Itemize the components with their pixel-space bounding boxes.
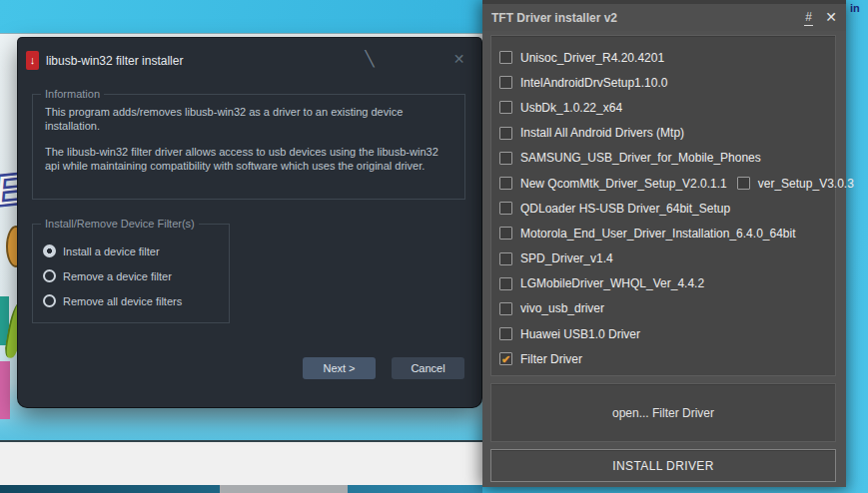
driver-row: ✔ SAMSUNG_USB_Driver_for_Mobile_Phones	[499, 146, 835, 171]
driver-label: New QcomMtk_Driver_Setup_V2.0.1.1	[520, 177, 727, 191]
driver-label: vivo_usb_driver	[520, 301, 604, 315]
libusb-filter-installer-dialog: ↓ libusb-win32 filter installer ╲ ✕ Info…	[18, 38, 481, 407]
driver-label: QDLoader HS-USB Driver_64bit_Setup	[520, 202, 730, 216]
radio-icon[interactable]	[43, 269, 56, 282]
driver-row: ✔ Huawei USB1.0 Driver	[499, 321, 835, 346]
driver-row: ✔ UsbDk_1.0.22_x64	[499, 95, 835, 120]
driver-row: ✔ LGMobileDriver_WHQL_Ver_4.4.2	[499, 271, 835, 296]
pin-icon[interactable]: #	[804, 10, 813, 26]
driver-checkbox[interactable]: ✔	[499, 202, 512, 215]
radio-option-label: Remove all device filters	[63, 295, 182, 307]
next-button[interactable]: Next >	[303, 357, 376, 379]
driver-checkbox[interactable]: ✔	[499, 252, 512, 265]
driver-checkbox[interactable]: ✔	[499, 327, 512, 340]
background-pink-shape	[0, 361, 10, 419]
driver-row: ✔ Unisoc_Driver_R4.20.4201	[499, 45, 835, 70]
radio-icon[interactable]	[43, 294, 56, 307]
driver-label: ver_Setup_V3.0.3	[758, 177, 854, 191]
usb-app-icon: ↓	[26, 51, 39, 70]
radio-option[interactable]: Remove all device filters	[43, 288, 229, 313]
driver-list-panel: ✔ Unisoc_Driver_R4.20.4201 ✔ IntelAndroi…	[490, 35, 836, 376]
close-icon[interactable]: ✕	[447, 51, 471, 67]
driver-label: Huawei USB1.0 Driver	[520, 327, 640, 341]
driver-row: ✔ Motorola_End_User_Driver_Installation_…	[499, 221, 835, 246]
close-icon[interactable]: ✕	[825, 9, 837, 25]
driver-checkbox[interactable]: ✔	[499, 352, 512, 365]
driver-label: Filter Driver	[520, 352, 582, 366]
tft-driver-installer-window: TFT Driver installer v2 # ✕ ✔ Unisoc_Dri…	[482, 0, 846, 487]
radio-option[interactable]: Remove a device filter	[43, 263, 229, 288]
driver-label: LGMobileDriver_WHQL_Ver_4.4.2	[520, 276, 704, 290]
radio-option[interactable]: Install a device filter	[43, 239, 229, 263]
driver-row: ✔ Install All Android Drivers (Mtp)	[499, 121, 835, 146]
driver-checkbox[interactable]: ✔	[499, 277, 512, 290]
information-paragraph-1: This program adds/removes libusb-win32 a…	[45, 106, 452, 133]
information-groupbox: Information This program adds/removes li…	[32, 94, 465, 200]
dialog-title: libusb-win32 filter installer	[46, 54, 183, 68]
driver-row: ✔ vivo_usb_driver	[499, 296, 835, 321]
filter-options-groupbox: Install/Remove Device Filter(s) Install …	[32, 224, 230, 323]
information-paragraph-2: The libusb-win32 filter driver allows ac…	[45, 146, 452, 173]
minimize-icon[interactable]: ╲	[358, 50, 382, 68]
driver-row: ✔ IntelAndroidDrvSetup1.10.0	[499, 70, 835, 95]
window-title: TFT Driver installer v2	[491, 11, 617, 25]
driver-checkbox[interactable]: ✔	[737, 177, 750, 190]
driver-label: Unisoc_Driver_R4.20.4201	[520, 51, 664, 65]
background-light-strip	[0, 440, 482, 485]
taskbar-segment	[220, 485, 348, 493]
install-driver-button[interactable]: INSTALL DRIVER	[490, 449, 836, 482]
driver-label: IntelAndroidDrvSetup1.10.0	[520, 76, 667, 90]
filter-options-group-label: Install/Remove Device Filter(s)	[41, 218, 199, 230]
cancel-button[interactable]: Cancel	[392, 357, 464, 379]
driver-label: SAMSUNG_USB_Driver_for_Mobile_Phones	[520, 151, 761, 165]
driver-row: ✔ QDLoader HS-USB Driver_64bit_Setup	[499, 196, 835, 221]
driver-checkbox[interactable]: ✔	[499, 101, 512, 114]
driver-label: Motorola_End_User_Driver_Installation_6.…	[520, 227, 796, 241]
information-group-label: Information	[41, 88, 104, 100]
clipped-background-text: in	[850, 2, 860, 14]
radio-option-label: Install a device filter	[63, 246, 160, 257]
driver-checkbox[interactable]: ✔	[499, 302, 512, 315]
radio-option-label: Remove a device filter	[63, 270, 172, 282]
driver-checkbox[interactable]: ✔	[499, 227, 512, 240]
radio-icon[interactable]	[43, 245, 56, 257]
driver-row: ✔ SPD_Driver_v1.4	[499, 246, 835, 271]
driver-checkbox[interactable]: ✔	[499, 152, 512, 165]
driver-checkbox[interactable]: ✔	[499, 51, 512, 64]
open-filter-driver-label: open... Filter Driver	[612, 406, 714, 420]
desktop: EB in ↓ libusb-win32 filter installer ╲ …	[0, 0, 868, 493]
driver-label: UsbDk_1.0.22_x64	[520, 101, 622, 115]
open-filter-driver-panel[interactable]: open... Filter Driver	[490, 383, 836, 442]
driver-checkbox[interactable]: ✔	[499, 127, 512, 140]
driver-checkbox[interactable]: ✔	[499, 177, 512, 190]
install-driver-label: INSTALL DRIVER	[612, 459, 714, 473]
driver-label: SPD_Driver_v1.4	[520, 251, 613, 265]
driver-checkbox[interactable]: ✔	[499, 76, 512, 89]
driver-row: ✔ Filter Driver	[499, 346, 835, 371]
driver-label: Install All Android Drivers (Mtp)	[520, 126, 684, 140]
tft-titlebar: TFT Driver installer v2 # ✕	[482, 4, 846, 31]
driver-row: ✔ New QcomMtk_Driver_Setup_V2.0.1.1 ✔ver…	[499, 171, 835, 196]
